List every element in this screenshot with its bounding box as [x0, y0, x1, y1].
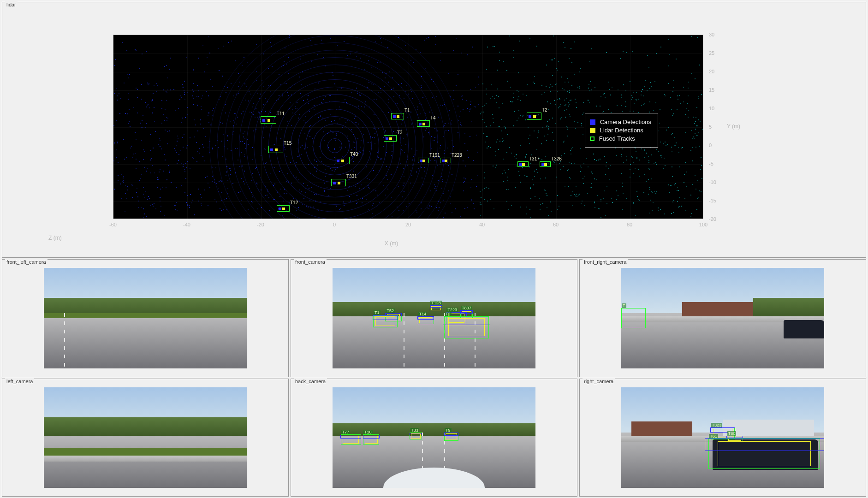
back-camera-panel: back_camera T77T10T33T9	[291, 379, 577, 497]
fused-track-box[interactable]: T191	[418, 158, 429, 164]
back-camera-view[interactable]: T77T10T33T9	[333, 387, 535, 488]
camera-detection-box[interactable]: T61	[708, 439, 820, 468]
back-camera-title: back_camera	[294, 379, 327, 384]
detection-label: T80	[727, 431, 737, 436]
fused-track-box[interactable]: T11	[261, 116, 276, 124]
fused-track-box[interactable]: T3	[384, 135, 397, 142]
legend-camera-label: Camera Detections	[600, 119, 651, 125]
lidar-detection-marker	[397, 115, 399, 118]
lidar-detection-marker	[338, 182, 340, 184]
camera-detection-box[interactable]: T14	[418, 316, 434, 324]
camera-detection-marker	[262, 119, 265, 122]
front-left-camera-panel: front_left_camera	[2, 259, 289, 377]
track-label: T2	[541, 107, 547, 113]
fused-track-box[interactable]: T4	[417, 120, 430, 127]
legend-lidar-label: Lidar Detections	[600, 127, 643, 134]
x-tick: 100	[699, 222, 707, 227]
y-axis-label: Y (m)	[727, 123, 740, 130]
lidar-detection-marker	[282, 208, 285, 210]
lidar-detection-marker	[422, 123, 425, 125]
fused-track-box[interactable]: T331	[331, 179, 346, 186]
legend-fused-label: Fused Tracks	[599, 135, 635, 142]
legend-swatch-fused	[590, 136, 595, 141]
fused-track-box[interactable]: T223	[440, 158, 451, 164]
y-tick: -5	[709, 161, 713, 166]
fused-track-box[interactable]: T317	[517, 161, 529, 167]
y-tick: 10	[709, 106, 714, 111]
lidar-detection-marker	[522, 163, 525, 166]
track-label: T326	[550, 156, 562, 161]
y-tick: -15	[709, 198, 716, 203]
lidar-detection-marker	[275, 148, 278, 151]
track-label: T331	[345, 174, 357, 179]
y-tick: 0	[709, 142, 712, 148]
right-camera-view[interactable]: T323T80T61	[621, 387, 824, 488]
camera-detection-box[interactable]: T77	[341, 434, 361, 445]
fused-track-box[interactable]: T12	[277, 205, 290, 212]
lidar-detection-marker	[422, 160, 425, 162]
fused-track-box[interactable]: T15	[268, 146, 283, 153]
x-tick: 60	[553, 222, 559, 227]
camera-detection-marker	[419, 123, 422, 125]
left-camera-panel: left_camera	[2, 379, 289, 497]
front-right-camera-title: front_right_camera	[583, 259, 628, 265]
legend-lidar: Lidar Detections	[590, 127, 651, 134]
front-left-camera-title: front_left_camera	[5, 259, 48, 265]
camera-detection-box[interactable]: T2	[444, 316, 489, 338]
front-left-camera-view[interactable]	[44, 268, 247, 368]
detection-label: T9	[445, 428, 452, 433]
front-right-camera-panel: front_right_camera T	[579, 259, 866, 377]
y-tick: 5	[709, 124, 712, 130]
lidar-detection-marker	[341, 160, 344, 162]
camera-detection-marker	[386, 137, 388, 140]
track-label: T1	[404, 108, 410, 113]
track-label: T191	[428, 153, 440, 158]
lidar-detection-marker	[533, 115, 536, 118]
camera-detection-marker	[337, 160, 339, 162]
track-label: T317	[528, 156, 540, 161]
camera-detection-box[interactable]: T128	[430, 305, 442, 311]
camera-detection-marker	[279, 208, 281, 210]
front-camera-title: front_camera	[294, 259, 327, 265]
y-tick: 15	[709, 87, 714, 93]
left-camera-view[interactable]	[44, 387, 247, 488]
x-tick: 80	[627, 222, 632, 227]
detection-label: T14	[418, 312, 428, 316]
x-tick: 0	[333, 222, 336, 227]
detection-label: T33	[410, 428, 419, 433]
fused-track-box[interactable]: T326	[540, 161, 551, 167]
detection-label: T128	[430, 301, 442, 305]
detection-label: T52	[386, 308, 395, 313]
lidar-detection-marker	[544, 163, 547, 166]
x-tick: -60	[109, 222, 117, 227]
x-axis-label: X (m)	[385, 240, 398, 247]
legend-camera: Camera Detections	[590, 119, 651, 125]
fused-track-box[interactable]: T1	[391, 113, 404, 119]
track-label: T12	[289, 200, 298, 205]
legend: Camera Detections Lidar Detections Fused…	[585, 113, 658, 148]
track-label: T3	[396, 130, 403, 135]
camera-detection-marker	[270, 148, 273, 151]
camera-detection-box[interactable]: T9	[444, 433, 458, 440]
y-tick: -20	[709, 216, 716, 222]
y-tick: 25	[709, 50, 714, 56]
y-tick: 20	[709, 69, 714, 74]
front-camera-panel: front_camera T52T1T128T14T223T807T2	[291, 259, 577, 377]
track-label: T11	[276, 111, 285, 116]
detection-label: T77	[341, 430, 351, 434]
lidar-detection-marker	[389, 137, 392, 140]
front-camera-view[interactable]: T52T1T128T14T223T807T2	[333, 268, 535, 368]
camera-detection-box[interactable]: T10	[363, 434, 379, 445]
z-axis-label: Z (m)	[48, 235, 62, 241]
lidar-detection-marker	[445, 160, 447, 162]
camera-detection-box[interactable]: T1	[373, 315, 398, 327]
fused-track-box[interactable]: T2	[527, 113, 541, 120]
track-label: T4	[429, 115, 436, 120]
camera-detection-box[interactable]: T33	[410, 433, 422, 439]
front-right-camera-view[interactable]: T	[621, 268, 824, 368]
fused-track-box[interactable]: T40	[335, 157, 350, 164]
y-tick: -10	[709, 179, 716, 185]
camera-detection-marker	[393, 115, 396, 118]
lidar-detection-marker	[268, 119, 270, 122]
detection-label: T807	[461, 306, 472, 310]
